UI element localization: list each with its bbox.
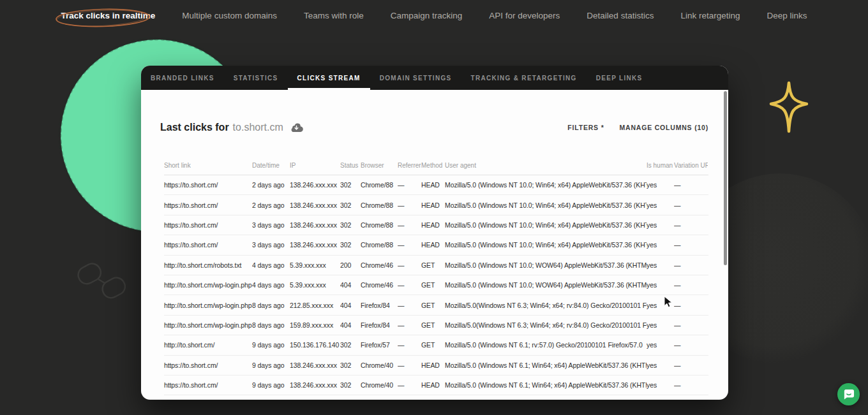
column-header: User agent xyxy=(445,162,647,169)
mouse-cursor xyxy=(664,296,673,309)
cell-referrer: — xyxy=(398,381,421,389)
cell-date: 9 days ago xyxy=(252,361,290,369)
cell-is-human: yes xyxy=(647,241,674,249)
tab-branded-links[interactable]: BRANDED LINKS xyxy=(141,66,224,90)
cell-variation-url: — xyxy=(674,321,708,329)
cell-variation-url: — xyxy=(674,381,708,389)
cell-is-human: yes xyxy=(647,261,674,269)
nav-item-campaign-tracking[interactable]: Campaign tracking xyxy=(391,11,463,20)
cell-browser: Firefox/84 xyxy=(361,302,398,309)
cell-status: 302 xyxy=(340,221,361,229)
cell-variation-url: — xyxy=(674,221,708,229)
cell-user-agent: Mozilla/5.0 (Windows NT 6.1; Win64; x64)… xyxy=(445,361,647,369)
cell-method: HEAD xyxy=(421,181,445,189)
cell-date: 2 days ago xyxy=(252,201,290,209)
cell-ip: 138.246.xxx.xxx xyxy=(290,361,340,369)
nav-item-track-clicks[interactable]: Track clicks in realtime xyxy=(61,11,156,20)
cell-method: HEAD xyxy=(421,201,445,209)
dashboard-card: BRANDED LINKS STATISTICS CLICKS STREAM D… xyxy=(141,66,728,400)
cell-is-human: yes xyxy=(647,281,674,289)
cell-status: 200 xyxy=(340,261,361,269)
card-tab-bar: BRANDED LINKS STATISTICS CLICKS STREAM D… xyxy=(141,66,728,90)
chat-launcher-button[interactable] xyxy=(837,383,860,405)
cell-ip: 159.89.xxx.xxx xyxy=(290,321,340,329)
column-header: Date/time xyxy=(252,162,290,169)
cell-variation-url: — xyxy=(674,361,708,369)
column-header: Browser xyxy=(361,162,398,169)
table-row: http://to.short.cm/robots.txt 4 days ago… xyxy=(164,256,708,275)
tab-tracking-retargeting[interactable]: TRACKING & RETARGETING xyxy=(461,66,587,90)
tab-clicks-stream[interactable]: CLICKS STREAM xyxy=(288,66,370,90)
tab-statistics[interactable]: STATISTICS xyxy=(224,66,288,90)
cell-browser: Chrome/88 xyxy=(361,241,398,249)
nav-label: Campaign tracking xyxy=(391,11,463,20)
nav-label: API for developers xyxy=(489,11,560,20)
tab-label: CLICKS STREAM xyxy=(297,75,361,82)
table-row: https://to.short.cm/ 2 days ago 138.246.… xyxy=(164,195,708,215)
active-tab-underline xyxy=(288,88,370,90)
table-row: https://to.short.cm/ 3 days ago 138.246.… xyxy=(164,235,708,255)
cell-method: HEAD xyxy=(421,361,445,369)
cell-browser: Chrome/40 xyxy=(361,381,398,389)
cell-is-human: yes xyxy=(647,181,674,189)
table-header-row: Short linkDate/timeIPStatusBrowserReferr… xyxy=(164,162,708,175)
cell-referrer: — xyxy=(398,201,421,209)
cell-user-agent: Mozilla/5.0 (Windows NT 10.0; Win64; x64… xyxy=(445,241,647,249)
cell-short-link: http://to.short.cm/robots.txt xyxy=(164,261,252,269)
cell-ip: 138.246.xxx.xxx xyxy=(290,181,340,189)
cell-method: HEAD xyxy=(421,241,445,249)
cell-referrer: — xyxy=(398,281,421,289)
cell-referrer: — xyxy=(398,181,421,189)
cell-ip: 138.246.xxx.xxx xyxy=(290,201,340,209)
nav-label: Multiple custom domains xyxy=(182,11,277,20)
cell-browser: Firefox/84 xyxy=(361,321,398,329)
cell-variation-url: — xyxy=(674,341,708,349)
cell-variation-url: — xyxy=(674,181,708,189)
cell-status: 302 xyxy=(340,381,361,389)
cell-user-agent: Mozilla/5.0 (Windows NT 10.0; Win64; x64… xyxy=(445,201,647,209)
cell-date: 3 days ago xyxy=(252,221,290,229)
manage-columns-button[interactable]: MANAGE COLUMNS (10) xyxy=(620,124,708,131)
cell-date: 4 days ago xyxy=(252,261,290,269)
nav-item-deep-links[interactable]: Deep links xyxy=(767,11,807,20)
cell-variation-url: — xyxy=(674,281,708,289)
nav-item-custom-domains[interactable]: Multiple custom domains xyxy=(182,11,277,20)
cell-user-agent: Mozilla/5.0 (Windows NT 6.1; Win64; x64)… xyxy=(445,381,647,389)
cell-date: 4 days ago xyxy=(252,281,290,289)
content-header: Last clicks for to.short.cm FILTERS * MA… xyxy=(160,120,708,135)
cell-variation-url: — xyxy=(674,261,708,269)
column-header: Method xyxy=(421,162,445,169)
nav-item-link-retargeting[interactable]: Link retargeting xyxy=(680,11,740,20)
cell-date: 3 days ago xyxy=(252,241,290,249)
cell-is-human: yes xyxy=(647,361,674,369)
tab-deep-links[interactable]: DEEP LINKS xyxy=(587,66,652,90)
cell-short-link: http://to.short.cm/wp-login.php xyxy=(164,281,252,289)
cell-short-link: http://to.short.cm/wp-login.php xyxy=(164,321,252,329)
cell-ip: 150.136.176.140 xyxy=(290,341,340,349)
tab-label: STATISTICS xyxy=(234,75,278,82)
cell-browser: Firefox/57 xyxy=(361,341,398,349)
nav-item-api[interactable]: API for developers xyxy=(489,11,560,20)
table-row: http://to.short.cm/wp-login.php 8 days a… xyxy=(164,316,708,335)
tab-domain-settings[interactable]: DOMAIN SETTINGS xyxy=(370,66,461,90)
cell-short-link: https://to.short.cm/ xyxy=(164,201,252,209)
table-row: https://to.short.cm/ 9 days ago 138.246.… xyxy=(164,375,708,395)
nav-item-teams[interactable]: Teams with role xyxy=(304,11,364,20)
table-row: http://to.short.cm/wp-login.php 8 days a… xyxy=(164,295,708,315)
cell-user-agent: Mozilla/5.0 (Windows NT 10.0; Win64; x64… xyxy=(445,221,647,229)
cell-ip: 5.39.xxx.xxx xyxy=(290,261,340,269)
nav-item-detailed-statistics[interactable]: Detailed statistics xyxy=(587,11,654,20)
cell-status: 302 xyxy=(340,341,361,349)
title-text: Last clicks for xyxy=(160,122,229,133)
cell-method: GET xyxy=(421,281,445,289)
cell-is-human: yes xyxy=(647,321,674,329)
cloud-download-icon[interactable] xyxy=(290,122,303,133)
column-header: Status xyxy=(340,162,361,169)
table-body: https://to.short.cm/ 2 days ago 138.246.… xyxy=(164,175,708,395)
vertical-scrollbar-thumb[interactable] xyxy=(724,91,727,265)
cell-date: 9 days ago xyxy=(252,341,290,349)
cell-referrer: — xyxy=(398,221,421,229)
filters-button[interactable]: FILTERS * xyxy=(567,124,604,131)
cell-browser: Chrome/46 xyxy=(361,261,398,269)
cell-date: 2 days ago xyxy=(252,181,290,189)
